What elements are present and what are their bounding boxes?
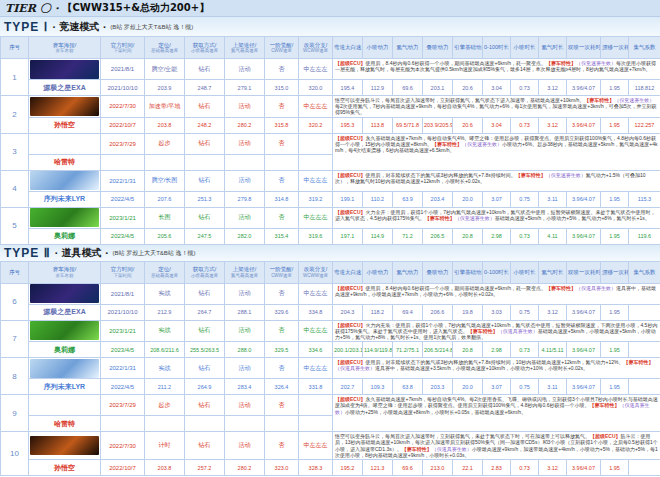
- speed-value: 248.2: [185, 117, 225, 133]
- acquire-method: 钻石: [185, 283, 225, 304]
- speed-value: 212.9: [145, 304, 185, 320]
- note-segment: 使用后，对非延续状态下的氮气或3秒内释放的氮气+7.8s持续时间，10秒内基础最…: [366, 359, 624, 365]
- col-header-bottom: 基础最高速度: [146, 48, 183, 53]
- stat-value: 206.5: [423, 228, 453, 244]
- release-date: 2023/1/21: [101, 207, 145, 228]
- section-header-type2: TYPE Ⅱ · 道具模式 · (B站 罗叔上大天T&B站 逸！槻): [0, 245, 660, 261]
- note-segment: 基础最高速度+5km/h，小喷动力+5%，氮气动力+8%，氮气时长+1s。: [495, 215, 650, 221]
- channel: 活动: [225, 320, 265, 342]
- note-segment: （仅竞速赛生效）: [576, 60, 616, 66]
- speed-value: 208.6/211.6: [145, 342, 185, 358]
- stat-value: 200.1/203.1: [333, 342, 363, 358]
- release-date: 2022/1/31: [101, 358, 145, 379]
- speed-value: 315.8: [265, 117, 299, 133]
- speed-value: 203.8: [145, 460, 185, 476]
- speed-value: [145, 154, 185, 170]
- stat-value: 206.6: [423, 304, 453, 320]
- row-index: 9: [1, 395, 29, 432]
- speed-value: 329.5: [265, 342, 299, 358]
- col-header-bottom: 赛车名称: [30, 48, 99, 53]
- stat-value: 20.0: [453, 379, 483, 395]
- car-poster: [30, 321, 99, 340]
- speed-value: 315.0: [265, 80, 299, 96]
- stat-value: 203.9/205.9: [423, 117, 453, 133]
- speed-value: [299, 416, 333, 432]
- table-row-top: 72023/1/21实战钻石活动否中左左左【超级ECU】火力内充装：使用后，获得…: [1, 320, 660, 342]
- note-segment: 【超级ECU】: [335, 209, 366, 215]
- stat-value: 20.0: [453, 191, 483, 207]
- speed-value: 314.8: [265, 191, 299, 207]
- note-segment: （仅道具赛生效）: [498, 328, 538, 334]
- acquire-method: 钻石: [185, 59, 225, 80]
- channel: 活动: [225, 283, 265, 304]
- position: 起步: [145, 395, 185, 416]
- col-header: 弯道太白速度: [333, 261, 363, 283]
- stat-value: 4.11: [539, 228, 567, 244]
- stat-value: 204.3: [333, 304, 363, 320]
- note-cell: 【超级ECU】永久基础最高速度+7km/h，每秒自动集气4%。每2次使用香蕉、飞…: [333, 395, 660, 432]
- speed-value: 315.4: [265, 228, 299, 244]
- col-header: 小喷动力: [363, 37, 393, 59]
- stat-value: 118.812: [629, 80, 660, 96]
- stat-value: 71.2/75.1: [393, 342, 423, 358]
- col-header: 序号: [1, 261, 29, 283]
- speed-value: 334.6: [299, 342, 333, 358]
- stat-value: 0.73: [511, 117, 539, 133]
- stat-value: 20.8: [453, 228, 483, 244]
- col-header-bottom: CWW速度: [266, 48, 297, 53]
- stat-value: 3.96/4.07: [567, 117, 601, 133]
- col-header: 引擎基础动力: [453, 37, 483, 59]
- table-row-bottom: 孙悟空2022/10/7203.8257.2280.2323.0328.3195…: [1, 460, 660, 476]
- col-header-top: 小喷动力: [364, 269, 391, 276]
- note-segment: 使用后，对非延续状态下的氮气或3秒内释放的氮气+7.8s持续时间。: [366, 172, 516, 178]
- awaken: 否: [265, 358, 299, 379]
- col-header-top: 叠喷动力: [424, 269, 451, 276]
- stat-value: 195.4: [333, 80, 363, 96]
- speed-value: 203.8: [145, 117, 185, 133]
- stat-value: 195.2: [333, 460, 363, 476]
- car-poster-cell: [29, 207, 101, 228]
- stat-value: 0.73: [511, 460, 539, 476]
- tier-label: TIER 〇: [5, 1, 51, 16]
- section-credit: (B站 罗叔上大天T&B站 逸！槻): [113, 249, 196, 258]
- car-name: 奥莉娜: [29, 342, 101, 358]
- delist-date: 2023/4/5: [101, 228, 145, 244]
- table-row-top: 82022/1/31实战钻石活动否中左左左【超级ECU】使用后，对非延续状态下的…: [1, 358, 660, 379]
- col-header-top: 序号: [2, 44, 27, 51]
- car-poster: [30, 284, 99, 303]
- stat-value: 203.3: [423, 379, 453, 395]
- channel: 活动: [225, 170, 265, 191]
- stat-value: 0.73: [511, 80, 539, 96]
- note-cell: 悟空可以变身筋斗云，每局首次进入加速带时，立刻获得氮气，氮气状态下进入加速带，基…: [333, 96, 660, 118]
- speed-value: 205.6: [145, 228, 185, 244]
- stat-value: 3.96/4.07: [567, 304, 601, 320]
- car-poster-cell: [29, 133, 101, 154]
- col-header-bottom: 基础最高速度: [146, 273, 183, 278]
- stat-value: 20.8: [453, 342, 483, 358]
- col-header: 上架途径/氮气最高速度: [225, 37, 265, 59]
- car-name: 序列未来LYR: [29, 191, 101, 207]
- col-header-top: 弯道太白速度: [334, 269, 361, 276]
- speed-value: 280.2: [225, 117, 265, 133]
- stat-value: 1.95: [601, 117, 629, 133]
- col-header: 定位/基础最高速度: [145, 37, 185, 59]
- note-segment: 【超级ECU】: [335, 172, 366, 178]
- col-header: 引擎基础动力: [453, 261, 483, 283]
- col-header-top: 序号: [2, 269, 27, 276]
- col-header-top: 双喷一次耗时: [568, 269, 599, 276]
- car-poster: [30, 60, 99, 79]
- col-header: 赛车海报/赛车名称: [29, 261, 101, 283]
- stat-value: 3.12: [539, 304, 567, 320]
- acquire-method: 钻石: [185, 358, 225, 379]
- note-segment: 【赛车特性】: [516, 172, 546, 178]
- col-header: 0-100时长: [483, 37, 511, 59]
- acquire-method: 钻石: [185, 320, 225, 342]
- speed-value: 326.4: [265, 379, 299, 395]
- stat-value: [629, 342, 660, 358]
- stat-value: 119.6: [629, 228, 660, 244]
- stat-value: 110.2: [363, 191, 393, 207]
- mod-branch: 中左左左: [299, 207, 333, 228]
- col-header: 获取方式/小喷最高速度: [185, 261, 225, 283]
- mod-branch: 中左左左: [299, 358, 333, 379]
- stat-value: 0.75: [511, 379, 539, 395]
